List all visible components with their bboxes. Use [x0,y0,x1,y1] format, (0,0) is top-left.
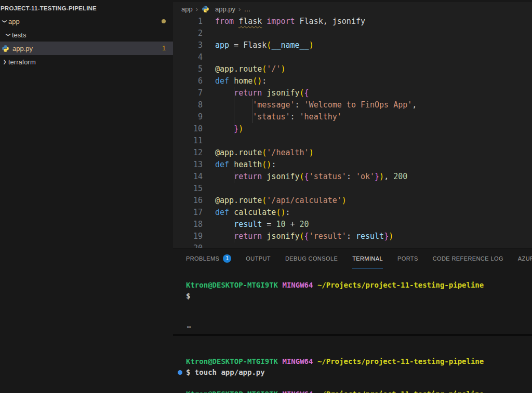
terminal[interactable]: Ktron@DESKTOP-MTGI9TK MINGW64 ~/Projects… [173,280,532,393]
code-line: 3app = Flask(__name__) [173,39,532,51]
panel-tab-label: PROBLEMS [186,255,219,262]
problem-count-badge: 1 [162,45,166,52]
breadcrumb-separator-icon: › [238,5,241,13]
indent-guide [252,111,253,123]
code-line: 10 }) [173,123,532,135]
file-tree: ❯app❯testsapp.py1❯terraform [0,15,173,69]
code-line: 16@app.route('/api/calculate') [173,195,532,207]
problems-count-badge: 1 [223,254,231,263]
line-number: 12 [173,147,203,159]
vscode-window: PROJECT-11-TESTING-PIPELINE ❯app❯testsap… [0,0,532,393]
breadcrumb-segment[interactable]: … [244,5,250,13]
panel-tab-problems[interactable]: PROBLEMS1 [186,249,231,268]
tree-item-app.py[interactable]: app.py1 [0,42,173,55]
breadcrumb-segment[interactable]: app [181,5,193,13]
line-number: 16 [173,195,203,207]
line-content: def calculate(): [215,207,290,219]
line-number: 7 [173,87,203,99]
panel-tab-debug-console[interactable]: DEBUG CONSOLE [285,249,338,268]
terminal-divider [173,334,532,336]
line-number: 15 [173,183,203,195]
explorer-project-header[interactable]: PROJECT-11-TESTING-PIPELINE [0,0,173,15]
panel-tab-label: CODE REFERENCE LOG [433,255,503,262]
panel-tab-output[interactable]: OUTPUT [246,249,271,268]
panel-tab-code-reference-log[interactable]: CODE REFERENCE LOG [433,249,503,268]
panel-tab-label: OUTPUT [246,255,271,262]
terminal-ellipsis: … [173,323,532,331]
code-line: 19 return jsonify({'result': result}) [173,231,532,242]
chevron-down-icon: ❯ [6,31,11,38]
code-line: 1from flask import Flask, jsonify [173,16,532,28]
line-content: return jsonify({'status': 'ok'}), 200 [215,171,407,183]
tree-item-app[interactable]: ❯app [0,15,173,28]
line-content: @app.route('/health') [215,147,314,159]
line-content: result = 10 + 20 [215,219,309,231]
line-number: 6 [173,75,203,87]
indent-guide [252,99,253,111]
tree-item-tests[interactable]: ❯tests [0,28,173,42]
line-content: 'message': 'Welcome to FinOps App', [215,99,417,111]
panel-tab-ports[interactable]: PORTS [397,249,418,268]
breadcrumb-segment[interactable]: app.py [201,5,235,13]
line-content: 'status': 'healthy' [215,111,342,123]
line-content: app = Flask(__name__) [215,39,314,51]
line-content: return jsonify({'result': result}) [215,231,393,242]
terminal-block-2: Ktron@DESKTOP-MTGI9TK MINGW64 ~/Projects… [173,356,532,393]
line-number: 13 [173,159,203,171]
panel-tab-terminal[interactable]: TERMINAL [352,249,383,268]
code-line: 8 'message': 'Welcome to FinOps App', [173,99,532,111]
line-content: return jsonify({ [215,87,309,99]
code-line: 4 [173,51,532,63]
editor-pane[interactable]: app›app.py›… 1from flask import Flask, j… [173,0,532,248]
panel-tab-azure[interactable]: AZURE [518,249,532,268]
code-line: 13def health(): [173,159,532,171]
line-content: def home(): [215,75,267,87]
breadcrumb: app›app.py›… [173,2,532,16]
chevron-right-icon: ❯ [1,59,8,64]
tree-item-terraform[interactable]: ❯terraform [0,55,173,69]
line-number: 3 [173,39,203,51]
line-number: 5 [173,63,203,75]
code-line: 11 [173,135,532,147]
code-line: 15 [173,183,532,195]
terminal-line: Ktron@DESKTOP-MTGI9TK MINGW64 ~/Projects… [173,389,532,393]
python-icon [1,44,9,52]
chevron-down-icon: ❯ [2,18,7,25]
panel-tab-label: TERMINAL [352,255,383,262]
line-content: @app.route('/api/calculate') [215,195,347,207]
code-line: 17def calculate(): [173,207,532,219]
line-number: 11 [173,135,203,147]
terminal-line [173,378,532,389]
line-number: 2 [173,28,203,39]
bottom-panel: PROBLEMS1OUTPUTDEBUG CONSOLETERMINALPORT… [173,248,532,393]
line-number: 8 [173,99,203,111]
panel-tab-label: DEBUG CONSOLE [285,255,338,262]
file-label: terraform [8,58,36,66]
indent-guide [234,231,234,242]
indent-guide [234,219,234,231]
line-content: from flask import Flask, jsonify [215,16,365,28]
file-label: tests [12,31,26,39]
command-decoration-dot[interactable] [178,370,182,375]
terminal-line: Ktron@DESKTOP-MTGI9TK MINGW64 ~/Projects… [173,280,532,291]
breadcrumb-label: … [244,5,250,13]
code-line: 9 'status': 'healthy' [173,111,532,123]
line-number: 10 [173,123,203,135]
breadcrumb-label: app [181,5,193,13]
indent-guide [234,99,234,111]
line-number: 9 [173,111,203,123]
python-icon [201,5,209,13]
line-content: @app.route('/') [215,63,285,75]
line-content: def health(): [215,159,276,171]
line-number: 17 [173,207,203,219]
git-modified-dot [162,19,166,23]
line-number: 1 [173,16,203,28]
terminal-line: $ touch app/app.py [173,367,532,378]
code-line: 14 return jsonify({'status': 'ok'}), 200 [173,171,532,183]
code-area[interactable]: 1from flask import Flask, jsonify23app =… [173,16,532,248]
terminal-line: Ktron@DESKTOP-MTGI9TK MINGW64 ~/Projects… [173,356,532,367]
indent-guide [234,123,234,135]
line-content: }) [215,123,243,135]
breadcrumb-label: app.py [215,5,235,13]
indent-guide [234,111,234,123]
